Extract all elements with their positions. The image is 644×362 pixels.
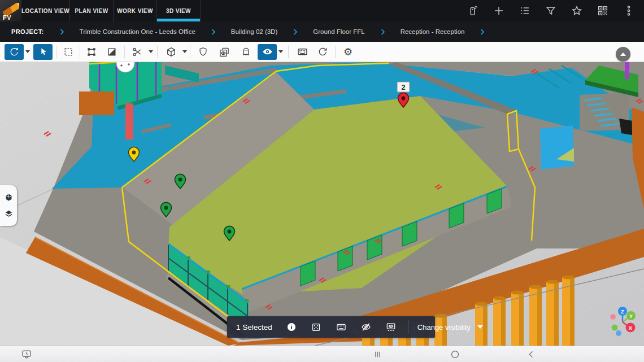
refresh-button[interactable] [313, 44, 332, 60]
collapse-toolbar-button[interactable] [616, 47, 630, 62]
overflow-menu-icon[interactable] [623, 5, 635, 17]
ghost-mode-button[interactable] [236, 44, 255, 60]
favorite-icon[interactable] [571, 5, 583, 17]
svg-text:Z: Z [621, 308, 624, 315]
tab-location-view[interactable]: LOCATION VIEW [21, 0, 70, 21]
settings-button[interactable]: ⚙ [338, 44, 358, 60]
model-cube-dropdown-caret[interactable] [182, 50, 187, 53]
chevron-right-icon [478, 28, 486, 36]
system-nav-bar [0, 346, 644, 362]
tab-work-view[interactable]: WORK VIEW [114, 0, 157, 21]
visibility-button[interactable] [258, 44, 277, 60]
show-only-icon[interactable] [385, 321, 397, 333]
breadcrumb-item-floor[interactable]: Ground Floor FFL [313, 28, 364, 35]
section-cut-dropdown-caret[interactable] [149, 50, 153, 53]
svg-text:X: X [629, 325, 633, 331]
chevron-down-icon[interactable] [477, 325, 483, 329]
toolbar-divider [190, 46, 190, 58]
section-cut-button[interactable] [128, 44, 147, 60]
viewer-toolbar: ⚙ [0, 42, 644, 62]
recents-icon[interactable] [371, 348, 384, 360]
breadcrumb: PROJECT: Trimble Construction One - Leed… [0, 21, 644, 42]
selection-bar-divider [408, 320, 408, 334]
marquee-select-button[interactable] [59, 44, 78, 60]
isolate-icon[interactable] [311, 321, 322, 333]
chevron-right-icon [209, 28, 217, 36]
orbit-dropdown-caret[interactable] [25, 50, 30, 53]
app-logo[interactable]: FV [0, 0, 21, 21]
qr-scan-icon[interactable] [597, 5, 609, 17]
toolbar-divider [288, 46, 289, 58]
chevron-up-icon [620, 53, 626, 56]
list-icon[interactable] [519, 5, 531, 17]
chevron-right-icon [291, 28, 299, 36]
gear-icon: ⚙ [343, 47, 353, 57]
hide-icon[interactable] [360, 321, 372, 333]
info-icon[interactable] [286, 321, 297, 333]
fieldview-app: FV LOCATION VIEW PLAN VIEW WORK VIEW 3D … [0, 0, 644, 362]
viewport-3d[interactable]: 2 Z Y X [0, 62, 644, 346]
layers-icon[interactable] [4, 209, 14, 219]
breadcrumb-label: PROJECT: [11, 28, 44, 35]
tab-plan-view[interactable]: PLAN VIEW [70, 0, 114, 21]
home-icon[interactable] [449, 348, 461, 360]
selection-count: 1 Selected [236, 323, 272, 332]
topbar-actions [467, 0, 644, 21]
cluster-badge: 2 [401, 83, 405, 91]
filter-icon[interactable] [545, 5, 557, 17]
breadcrumb-item-building[interactable]: Building 02 (3D) [231, 28, 277, 35]
chevron-right-icon [58, 28, 66, 36]
chevron-right-icon [378, 28, 387, 36]
model-cube-icon[interactable] [4, 193, 14, 202]
side-panel-flyout [0, 185, 17, 226]
laser-scanner-icon[interactable] [467, 5, 479, 17]
toolbar-divider [157, 46, 158, 58]
visibility-dropdown-caret[interactable] [279, 50, 283, 53]
model-cube-button[interactable] [162, 44, 181, 60]
view-tabs: LOCATION VIEW PLAN VIEW WORK VIEW 3D VIE… [21, 0, 201, 21]
breadcrumb-item-room[interactable]: Reception - Reception [401, 28, 465, 35]
model-scene: 2 Z Y X [0, 62, 644, 346]
tab-3d-view[interactable]: 3D VIEW [157, 0, 201, 21]
breadcrumb-item-project[interactable]: Trimble Construction One - Leeds Office [80, 28, 195, 35]
toolbar-divider [335, 46, 336, 58]
overlay-views-button[interactable] [215, 44, 234, 60]
shield-button[interactable] [193, 44, 212, 60]
svg-text:Y: Y [629, 313, 633, 319]
change-visibility-button[interactable]: Change visibility [417, 323, 471, 332]
contrast-button[interactable] [102, 44, 121, 60]
toolbar-divider [80, 46, 80, 58]
top-bar: FV LOCATION VIEW PLAN VIEW WORK VIEW 3D … [0, 0, 644, 21]
toolbar-divider [124, 46, 125, 58]
screenshot-icon[interactable] [20, 348, 33, 360]
measure-pad-button[interactable] [293, 44, 312, 60]
orbit-button[interactable] [5, 44, 24, 60]
select-button[interactable] [33, 44, 53, 60]
toolbar-divider [56, 46, 57, 58]
back-icon[interactable] [525, 348, 537, 360]
logo-text: FV [3, 14, 11, 21]
polygon-select-button[interactable] [82, 44, 101, 60]
add-icon[interactable] [493, 5, 505, 17]
selection-bar: 1 Selected Change visibility [227, 316, 435, 338]
measure-icon[interactable] [336, 321, 347, 333]
